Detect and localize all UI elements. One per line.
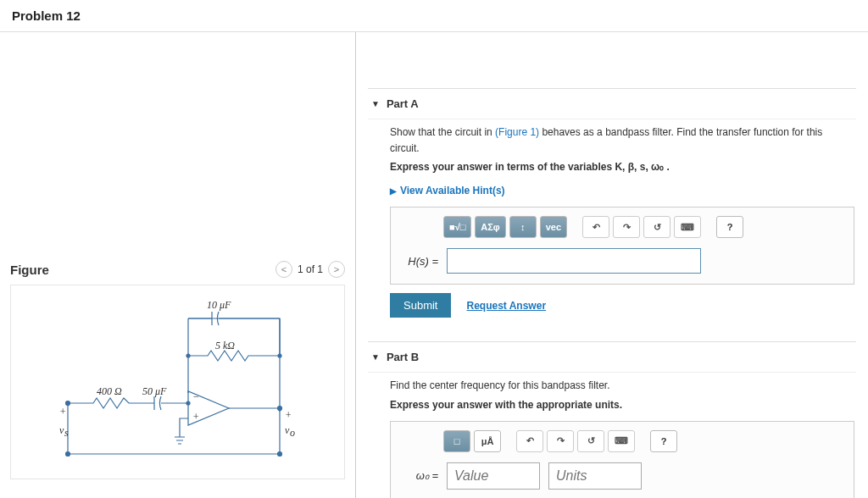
- reset-button[interactable]: ↺: [643, 216, 670, 238]
- triangle-right-icon: ▶: [390, 186, 397, 196]
- part-a: ▼ Part A Show that the circuit in (Figur…: [368, 88, 856, 326]
- units-button[interactable]: μÅ: [474, 430, 501, 452]
- greek-button[interactable]: ΑΣφ: [475, 216, 505, 238]
- reset-button[interactable]: ↺: [577, 430, 604, 452]
- keyboard-button[interactable]: ⌨: [608, 430, 635, 452]
- caret-down-icon: ▼: [371, 99, 380, 108]
- svg-text:s: s: [64, 427, 69, 439]
- figure-link[interactable]: (Figure 1): [495, 126, 539, 138]
- redo-button[interactable]: ↷: [547, 430, 574, 452]
- template-button[interactable]: ■√□: [443, 216, 471, 238]
- label-c1: 10 μF: [207, 299, 231, 311]
- part-a-lhs: H(s) =: [401, 255, 438, 268]
- part-b: ▼ Part B Find the center frequency for t…: [368, 341, 856, 498]
- svg-point-5: [186, 401, 190, 405]
- part-a-format: Express your answer in terms of the vari…: [390, 161, 854, 173]
- redo-button[interactable]: ↷: [613, 216, 640, 238]
- svg-text:+: +: [285, 409, 292, 421]
- part-a-header[interactable]: ▼ Part A: [368, 89, 856, 119]
- circuit-diagram: 10 μF 5 kΩ 400 Ω 50 μF vs vo + + − +: [10, 285, 345, 479]
- figure-nav: < 1 of 1 >: [275, 261, 345, 278]
- svg-point-0: [65, 452, 70, 456]
- part-a-submit-button[interactable]: Submit: [390, 293, 451, 318]
- part-a-toolbar: ■√□ ΑΣφ ↕ vec ↶ ↷ ↺ ⌨ ?: [401, 216, 843, 238]
- svg-point-1: [277, 452, 281, 456]
- part-a-request-link[interactable]: Request Answer: [466, 300, 546, 312]
- part-b-instruction: Find the center frequency for this bandp…: [390, 378, 854, 394]
- template-button[interactable]: □: [443, 430, 470, 452]
- undo-button[interactable]: ↶: [516, 430, 543, 452]
- content-pane: ▼ Part A Show that the circuit in (Figur…: [356, 32, 868, 498]
- figure-prev-button[interactable]: <: [275, 261, 292, 278]
- view-hints-link[interactable]: ▶ View Available Hint(s): [390, 185, 854, 196]
- part-b-value-input[interactable]: [447, 462, 540, 490]
- part-b-toolbar: □ μÅ ↶ ↷ ↺ ⌨ ?: [401, 430, 843, 452]
- part-b-editor: □ μÅ ↶ ↷ ↺ ⌨ ? ω₀ =: [390, 421, 854, 498]
- figure-next-button[interactable]: >: [328, 261, 345, 278]
- figure-title: Figure: [10, 263, 49, 277]
- page-header: Problem 12: [0, 0, 868, 32]
- svg-text:o: o: [290, 427, 295, 439]
- svg-point-4: [186, 354, 190, 357]
- part-b-format: Express your answer with the appropriate…: [390, 399, 854, 411]
- svg-text:+: +: [192, 411, 199, 423]
- svg-text:−: −: [192, 390, 199, 402]
- part-b-header[interactable]: ▼ Part B: [368, 342, 856, 372]
- problem-title: Problem 12: [12, 8, 856, 23]
- undo-button[interactable]: ↶: [582, 216, 609, 238]
- part-b-title: Part B: [387, 351, 419, 363]
- keyboard-button[interactable]: ⌨: [674, 216, 701, 238]
- figure-count: 1 of 1: [298, 263, 323, 275]
- svg-point-2: [65, 401, 70, 406]
- svg-point-6: [278, 354, 281, 357]
- part-a-title: Part A: [387, 97, 419, 110]
- part-a-input[interactable]: [447, 248, 701, 274]
- caret-down-icon: ▼: [371, 352, 380, 362]
- help-button[interactable]: ?: [650, 430, 677, 452]
- part-b-units-input[interactable]: [548, 462, 642, 490]
- figure-pane: Figure < 1 of 1 >: [0, 32, 356, 498]
- svg-text:+: +: [59, 406, 66, 418]
- part-a-editor: ■√□ ΑΣφ ↕ vec ↶ ↷ ↺ ⌨ ? H(s) =: [390, 207, 854, 285]
- part-b-lhs: ω₀ =: [401, 469, 438, 482]
- part-a-instruction: Show that the circuit in (Figure 1) beha…: [390, 125, 854, 156]
- svg-point-3: [277, 407, 281, 411]
- vec-button[interactable]: vec: [540, 216, 567, 238]
- help-button[interactable]: ?: [716, 216, 743, 238]
- label-c2: 50 μF: [142, 385, 167, 397]
- label-r2: 400 Ω: [97, 385, 122, 397]
- label-r1: 5 kΩ: [215, 340, 235, 351]
- subsup-button[interactable]: ↕: [509, 216, 537, 238]
